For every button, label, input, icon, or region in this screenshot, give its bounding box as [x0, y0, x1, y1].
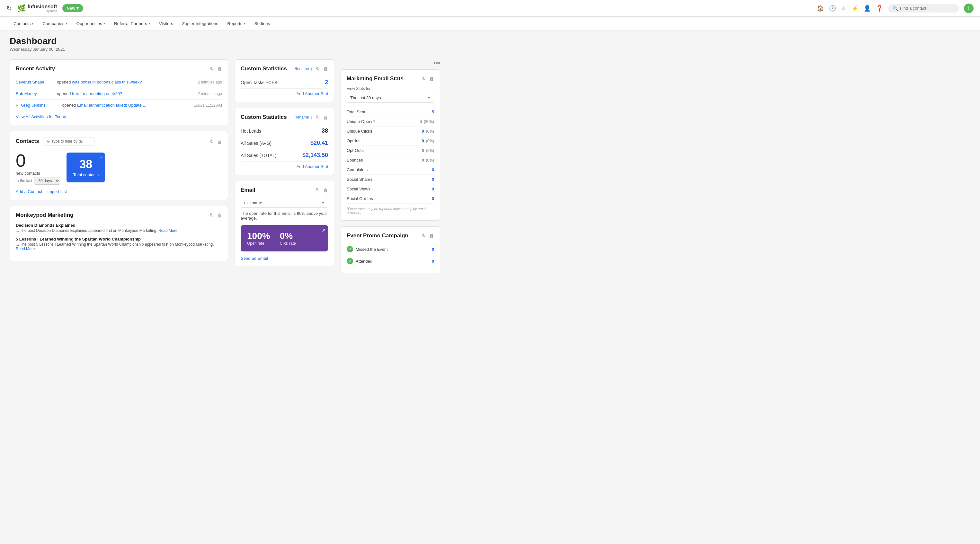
stat-social-shares: Social Shares 0	[347, 175, 434, 184]
contacts-chevron-icon: ▾	[32, 22, 33, 25]
view-all-activities-link[interactable]: View All Activities for Today	[16, 114, 66, 119]
stat-label: Social Shares	[347, 177, 372, 182]
send-email-link[interactable]: Send an Email	[241, 256, 268, 261]
add-contact-button[interactable]: +	[964, 3, 974, 13]
total-contacts-box[interactable]: ↗ 38 Total contacts	[67, 152, 105, 182]
nav-bar: Contacts ▾ Companies ▾ Opportunities ▾ R…	[0, 17, 980, 31]
recent-activity-delete-button[interactable]: 🗑	[217, 66, 222, 71]
search-bar: 🔍	[888, 4, 959, 13]
custom-stats-1-delete-button[interactable]: 🗑	[323, 66, 328, 71]
email-nickname-select[interactable]: nickname	[241, 198, 328, 208]
in-last-label: in the last	[16, 179, 32, 183]
activity-name[interactable]: Severus Snape	[16, 79, 54, 84]
user-icon[interactable]: 👤	[864, 5, 871, 12]
stat-label: Opt-Outs	[347, 148, 364, 153]
rate-external-link-icon: ↗	[321, 228, 326, 233]
activity-link[interactable]: free for a meeting on 4/20?	[72, 91, 122, 96]
import-list-link[interactable]: Import List	[47, 189, 67, 194]
recent-activity-refresh-button[interactable]: ↻	[210, 66, 214, 71]
logo-icon: 🌿	[17, 4, 26, 13]
stat-label: All Sales (TOTAL)	[241, 153, 277, 158]
stat-social-views: Social Views 0	[347, 184, 434, 194]
email-stats-refresh-button[interactable]: ↻	[422, 76, 426, 82]
custom-stats-1-card: Custom Statistics Rename ↑ ↻ 🗑 Open Task…	[235, 59, 334, 102]
nav-opportunities[interactable]: Opportunities ▾	[73, 17, 109, 31]
activity-name[interactable]: Bob Marley	[16, 91, 54, 96]
contacts-links: Add a Contact Import List	[16, 189, 222, 194]
lightning-icon[interactable]: ⚡	[851, 5, 859, 12]
activity-row: Severus Snape opened was potter in potio…	[16, 76, 222, 88]
filter-icon: ◉	[46, 139, 50, 144]
period-select[interactable]: 30 days 7 days 60 days 90 days	[34, 177, 60, 185]
reports-chevron-icon: ▾	[244, 22, 245, 25]
nav-zapier[interactable]: Zapier Integrations	[178, 17, 222, 31]
stat-bounces: Bounces 0 (0%)	[347, 155, 434, 165]
monkeypod-delete-button[interactable]: 🗑	[217, 213, 222, 218]
recent-activity-card: Recent Activity ↻ 🗑 Severus Snape opened…	[10, 59, 228, 125]
contacts-refresh-button[interactable]: ↻	[210, 138, 214, 144]
nav-companies[interactable]: Companies ▾	[38, 17, 71, 31]
monkeypod-header: Monkeypod Marketing ↻ 🗑	[16, 212, 222, 218]
read-more-link-1[interactable]: Read More	[158, 228, 177, 233]
activity-action: opened free for a meeting on 4/20?	[57, 91, 196, 96]
nav-visitors[interactable]: Visitors	[155, 17, 177, 31]
read-more-link-2[interactable]: Read More	[16, 247, 35, 251]
logo: 🌿 Infusionsoft by Keap	[17, 4, 57, 13]
nav-referral-partners[interactable]: Referral Partners ▾	[110, 17, 154, 31]
help-icon[interactable]: ❓	[876, 5, 883, 12]
page-date: Wednesday January 06, 2021	[10, 47, 970, 52]
tag-filter-input[interactable]	[51, 139, 91, 144]
marketing-email-stats-header: Marketing Email Stats ↻ 🗑	[347, 76, 434, 82]
more-options-button[interactable]: •••	[433, 59, 440, 67]
stat-label: Complaints	[347, 167, 368, 172]
stat-row-hot-leads: Hot Leads 38	[241, 125, 328, 137]
stats-period-select[interactable]: The last 30 days	[347, 93, 434, 103]
activity-link[interactable]: was potter in potions class this week?	[72, 79, 142, 84]
custom-stats-1-share-button[interactable]: ↑	[310, 66, 313, 71]
email-delete-button[interactable]: 🗑	[323, 187, 328, 193]
hamburger-icon[interactable]: ↻	[6, 5, 12, 12]
event-promo-delete-button[interactable]: 🗑	[429, 233, 434, 239]
stat-social-opt-ins: Social Opt-Ins 0	[347, 194, 434, 204]
custom-stats-2-card: Custom Statistics Rename ↑ ↻ 🗑 Hot Leads…	[235, 108, 334, 175]
contacts-delete-button[interactable]: 🗑	[217, 138, 222, 144]
add-contact-link[interactable]: Add a Contact	[16, 189, 42, 194]
monkeypod-refresh-button[interactable]: ↻	[210, 212, 214, 218]
star-icon[interactable]: ☆	[841, 5, 846, 12]
nav-reports[interactable]: Reports ▾	[223, 17, 249, 31]
custom-stats-2-share-button[interactable]: ↑	[310, 115, 313, 120]
activity-name[interactable]: Greg Jenkins	[21, 103, 59, 108]
email-widget-title: Email	[241, 187, 316, 193]
stat-label: Unique Opens*	[347, 119, 375, 124]
email-stats-delete-button[interactable]: 🗑	[429, 76, 434, 82]
email-refresh-button[interactable]: ↻	[316, 187, 320, 193]
custom-stats-2-delete-button[interactable]: 🗑	[323, 115, 328, 120]
nav-settings[interactable]: Settings	[251, 17, 274, 31]
clock-icon[interactable]: 🕐	[829, 5, 836, 12]
contacts-title: Contacts	[16, 138, 39, 144]
new-button[interactable]: New ▾	[62, 4, 84, 12]
triangle-icon: ▶	[16, 103, 18, 107]
event-promo-refresh-button[interactable]: ↻	[422, 233, 426, 239]
open-rate-item: 100% Open rate	[247, 231, 270, 246]
home-icon[interactable]: 🏠	[817, 5, 824, 12]
stat-value: 0	[432, 177, 434, 182]
blog-title-2: 5 Lessons I Learned Winning the Spartan …	[16, 237, 222, 241]
stat-value: 0 (0%)	[422, 148, 434, 153]
custom-stats-2-rename-button[interactable]: Rename	[294, 115, 309, 119]
custom-stats-1-refresh-button[interactable]: ↻	[316, 66, 320, 71]
attended-icon: ✓	[347, 258, 353, 264]
custom-stats-1-rename-button[interactable]: Rename	[294, 67, 309, 71]
activity-link[interactable]: Email authentication failed: Update ...	[77, 103, 146, 108]
custom-stats-2-title: Custom Statistics	[241, 114, 292, 121]
total-contacts-number: 38	[80, 158, 92, 171]
add-stat-2-link[interactable]: Add Another Stat	[241, 164, 328, 169]
email-widget-header: Email ↻ 🗑	[241, 187, 328, 193]
custom-stats-2-refresh-button[interactable]: ↻	[316, 114, 320, 120]
logo-sub: by Keap	[28, 9, 57, 13]
stat-unique-clicks: Unique Clicks 0 (0%)	[347, 127, 434, 136]
search-input[interactable]	[900, 6, 954, 11]
add-stat-1-link[interactable]: Add Another Stat	[241, 91, 328, 96]
stat-value: 0	[432, 187, 434, 191]
nav-contacts[interactable]: Contacts ▾	[10, 17, 37, 31]
